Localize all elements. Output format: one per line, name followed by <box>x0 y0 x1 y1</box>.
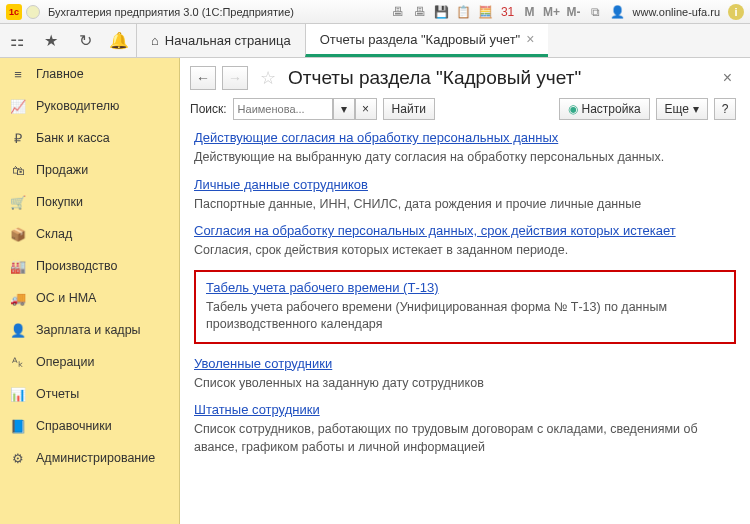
report-link[interactable]: Уволенные сотрудники <box>194 356 736 371</box>
calendar-icon[interactable]: 31 <box>499 3 517 21</box>
sidebar-icon: 🛒 <box>10 194 26 210</box>
sidebar-item-6[interactable]: 🏭Производство <box>0 250 179 282</box>
sidebar-item-9[interactable]: ᴬₖОперации <box>0 346 179 378</box>
search-clear-button[interactable]: × <box>355 98 377 120</box>
report-item: Уволенные сотрудникиСписок уволенных на … <box>194 356 736 393</box>
report-description: Список уволенных на заданную дату сотруд… <box>194 375 736 393</box>
titlebar-button[interactable] <box>26 5 40 19</box>
sidebar-item-label: Банк и касса <box>36 131 110 145</box>
report-link[interactable]: Личные данные сотрудников <box>194 177 736 192</box>
sidebar: ≡Главное📈Руководителю₽Банк и касса🛍Прода… <box>0 58 180 524</box>
window-icon[interactable]: ⧉ <box>587 3 605 21</box>
sidebar-item-label: Справочники <box>36 419 112 433</box>
toolbar: Поиск: ▾ × Найти ◉ Настройка Еще ▾ ? <box>190 98 736 120</box>
tab-label: Отчеты раздела "Кадровый учет" <box>320 32 521 47</box>
sidebar-item-4[interactable]: 🛒Покупки <box>0 186 179 218</box>
report-description: Табель учета рабочего времени (Унифициро… <box>206 299 724 334</box>
sidebar-item-label: ОС и НМА <box>36 291 96 305</box>
sidebar-icon: ᴬₖ <box>10 354 26 370</box>
sidebar-item-label: Покупки <box>36 195 83 209</box>
search-label: Поиск: <box>190 102 227 116</box>
sidebar-item-5[interactable]: 📦Склад <box>0 218 179 250</box>
report-description: Список сотрудников, работающих по трудов… <box>194 421 736 456</box>
favorite-star-icon[interactable]: ☆ <box>260 67 276 89</box>
sidebar-item-11[interactable]: 📘Справочники <box>0 410 179 442</box>
sidebar-item-1[interactable]: 📈Руководителю <box>0 90 179 122</box>
close-page-button[interactable]: × <box>719 69 736 87</box>
nav-back-button[interactable]: ← <box>190 66 216 90</box>
sidebar-item-2[interactable]: ₽Банк и касса <box>0 122 179 154</box>
tab-reports[interactable]: Отчеты раздела "Кадровый учет" × <box>305 24 549 57</box>
report-list: Действующие согласия на обработку персон… <box>190 130 736 456</box>
content-area: ← → ☆ Отчеты раздела "Кадровый учет" × П… <box>180 58 750 524</box>
sidebar-icon: 📦 <box>10 226 26 242</box>
search-dropdown-button[interactable]: ▾ <box>333 98 355 120</box>
m-minus-button[interactable]: M- <box>565 3 583 21</box>
more-button[interactable]: Еще ▾ <box>656 98 708 120</box>
report-item: Табель учета рабочего времени (Т-13)Табе… <box>194 270 736 344</box>
report-description: Действующие на выбранную дату согласия н… <box>194 149 736 167</box>
sidebar-item-label: Операции <box>36 355 94 369</box>
nav-forward-button[interactable]: → <box>222 66 248 90</box>
sidebar-icon: 🛍 <box>10 162 26 178</box>
report-description: Паспортные данные, ИНН, СНИЛС, дата рожд… <box>194 196 736 214</box>
window-title: Бухгалтерия предприятия 3.0 (1С:Предприя… <box>48 6 294 18</box>
sidebar-item-3[interactable]: 🛍Продажи <box>0 154 179 186</box>
save-icon[interactable]: 💾 <box>433 3 451 21</box>
tabbar: ⚏ ★ ↻ 🔔 ⌂ Начальная страница Отчеты разд… <box>0 24 750 58</box>
clipboard-icon[interactable]: 📋 <box>455 3 473 21</box>
window-titlebar: 1c Бухгалтерия предприятия 3.0 (1С:Предп… <box>0 0 750 24</box>
sidebar-item-label: Руководителю <box>36 99 119 113</box>
sidebar-item-0[interactable]: ≡Главное <box>0 58 179 90</box>
sidebar-icon: 🚚 <box>10 290 26 306</box>
report-item: Личные данные сотрудниковПаспортные данн… <box>194 177 736 214</box>
calculator-icon[interactable]: 🧮 <box>477 3 495 21</box>
sidebar-icon: 📈 <box>10 98 26 114</box>
tab-label: Начальная страница <box>165 33 291 48</box>
user-icon: 👤 <box>609 3 627 21</box>
sidebar-item-label: Производство <box>36 259 118 273</box>
sidebar-icon: 👤 <box>10 322 26 338</box>
report-item: Штатные сотрудникиСписок сотрудников, ра… <box>194 402 736 456</box>
report-link[interactable]: Согласия на обработку персональных данны… <box>194 223 736 238</box>
home-icon: ⌂ <box>151 33 159 48</box>
sidebar-icon: ₽ <box>10 130 26 146</box>
search-input[interactable] <box>233 98 333 120</box>
find-button[interactable]: Найти <box>383 98 435 120</box>
sidebar-icon: 📘 <box>10 418 26 434</box>
sidebar-item-label: Администрирование <box>36 451 155 465</box>
chevron-down-icon: ▾ <box>693 102 699 116</box>
user-url: www.online-ufa.ru <box>633 6 720 18</box>
sidebar-item-7[interactable]: 🚚ОС и НМА <box>0 282 179 314</box>
settings-button[interactable]: ◉ Настройка <box>559 98 650 120</box>
sidebar-item-8[interactable]: 👤Зарплата и кадры <box>0 314 179 346</box>
apps-icon[interactable]: ⚏ <box>0 24 34 57</box>
report-description: Согласия, срок действия которых истекает… <box>194 242 736 260</box>
sidebar-item-label: Главное <box>36 67 84 81</box>
sidebar-icon: 📊 <box>10 386 26 402</box>
page-title: Отчеты раздела "Кадровый учет" <box>288 67 713 89</box>
sidebar-item-12[interactable]: ⚙Администрирование <box>0 442 179 474</box>
sidebar-item-label: Продажи <box>36 163 88 177</box>
close-icon[interactable]: × <box>526 31 534 47</box>
star-icon[interactable]: ★ <box>34 24 68 57</box>
help-button[interactable]: ? <box>714 98 736 120</box>
sidebar-icon: ≡ <box>10 66 26 82</box>
report-item: Действующие согласия на обработку персон… <box>194 130 736 167</box>
bell-icon[interactable]: 🔔 <box>102 24 136 57</box>
sidebar-icon: 🏭 <box>10 258 26 274</box>
tab-home[interactable]: ⌂ Начальная страница <box>136 24 305 57</box>
history-icon[interactable]: ↻ <box>68 24 102 57</box>
sidebar-item-label: Склад <box>36 227 72 241</box>
report-link[interactable]: Действующие согласия на обработку персон… <box>194 130 736 145</box>
report-link[interactable]: Штатные сотрудники <box>194 402 736 417</box>
sidebar-item-label: Отчеты <box>36 387 79 401</box>
print-icon[interactable]: 🖶 <box>389 3 407 21</box>
report-link[interactable]: Табель учета рабочего времени (Т-13) <box>206 280 724 295</box>
m-button[interactable]: M <box>521 3 539 21</box>
m-plus-button[interactable]: M+ <box>543 3 561 21</box>
info-icon[interactable]: i <box>728 4 744 20</box>
print2-icon[interactable]: 🖶 <box>411 3 429 21</box>
sidebar-item-label: Зарплата и кадры <box>36 323 141 337</box>
sidebar-item-10[interactable]: 📊Отчеты <box>0 378 179 410</box>
